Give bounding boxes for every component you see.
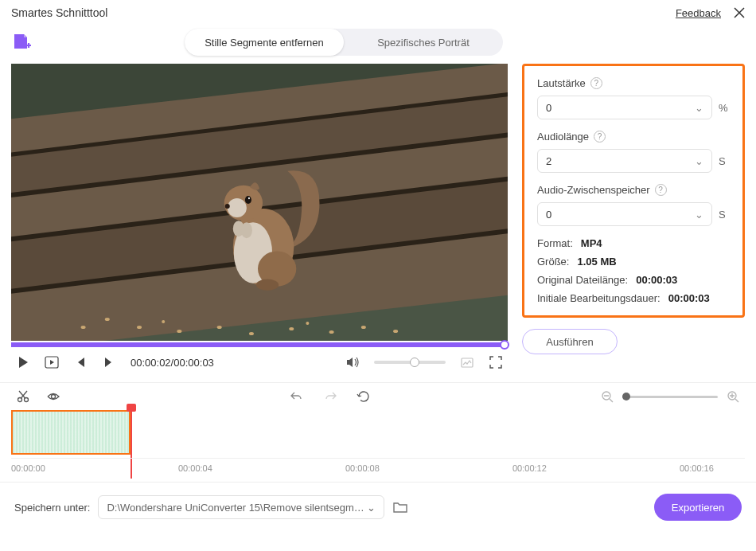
time-ruler: 00:00:00 00:00:04 00:00:08 00:00:12 00:0… — [11, 458, 745, 479]
size-value: 1.05 MB — [577, 256, 616, 268]
svg-point-38 — [52, 395, 56, 399]
preview-icon[interactable] — [46, 389, 60, 404]
timeline[interactable]: 00:00:00 00:00:04 00:00:08 00:00:12 00:0… — [0, 410, 756, 482]
fullscreen-icon[interactable] — [489, 355, 503, 369]
close-icon[interactable] — [734, 7, 745, 18]
tab-specific-portrait[interactable]: Spezifisches Porträt — [344, 29, 503, 56]
undo-icon[interactable] — [290, 389, 304, 404]
svg-point-27 — [228, 198, 247, 217]
audio-buffer-dropdown[interactable]: 0⌄ — [537, 202, 712, 226]
svg-point-33 — [256, 279, 279, 291]
svg-point-18 — [361, 326, 366, 329]
svg-point-21 — [162, 320, 165, 323]
format-value: MP4 — [581, 237, 602, 249]
audio-length-label: Audiolänge — [537, 131, 589, 143]
video-preview[interactable] — [11, 64, 508, 341]
reset-icon[interactable] — [357, 389, 371, 404]
tab-remove-silent[interactable]: Stille Segmente entfernen — [185, 29, 344, 56]
size-label: Größe: — [537, 256, 569, 268]
svg-point-29 — [248, 197, 250, 199]
redo-icon[interactable] — [323, 389, 337, 404]
svg-point-32 — [241, 222, 252, 238]
format-label: Format: — [537, 237, 573, 249]
audio-length-unit: S — [719, 155, 730, 167]
save-path-dropdown[interactable]: D:\Wondershare UniConverter 15\Remove si… — [98, 495, 384, 519]
next-frame-icon[interactable] — [102, 355, 116, 369]
svg-point-20 — [81, 326, 86, 329]
init-dur-label: Initiale Bearbeitungsdauer: — [537, 292, 661, 304]
play-icon[interactable] — [16, 355, 30, 369]
seek-bar[interactable] — [11, 342, 508, 347]
zoom-slider[interactable] — [622, 396, 718, 398]
volume-label: Lautstärke — [537, 77, 586, 89]
mode-tabs: Stille Segmente entfernen Spezifisches P… — [185, 29, 503, 56]
svg-point-22 — [306, 322, 309, 325]
audio-length-dropdown[interactable]: 2⌄ — [537, 149, 712, 173]
audio-buffer-label: Audio-Zwischenspeicher — [537, 184, 650, 196]
svg-point-15 — [249, 332, 254, 335]
execute-button[interactable]: Ausführen — [522, 329, 618, 354]
zoom-out-icon[interactable] — [600, 389, 614, 404]
save-under-label: Speichern unter: — [14, 502, 90, 514]
folder-icon[interactable] — [392, 499, 408, 515]
timecode: 00:00:02/00:00:03 — [131, 357, 214, 369]
svg-point-13 — [177, 330, 181, 333]
window-title: Smartes Schnitttool — [11, 6, 107, 19]
svg-point-36 — [18, 398, 22, 402]
help-icon[interactable]: ? — [655, 184, 667, 196]
volume-slider[interactable] — [374, 361, 446, 364]
export-button[interactable]: Exportieren — [654, 494, 742, 521]
volume-icon[interactable] — [345, 355, 360, 369]
svg-point-16 — [289, 327, 294, 330]
help-icon[interactable]: ? — [590, 77, 602, 89]
svg-point-12 — [137, 326, 142, 329]
volume-dropdown[interactable]: 0⌄ — [537, 96, 712, 119]
prev-frame-icon[interactable] — [73, 355, 88, 369]
feedback-link[interactable]: Feedback — [676, 7, 721, 19]
settings-panel: Lautstärke? 0⌄ % Audiolänge? 2⌄ S Audio-… — [522, 64, 745, 318]
cut-icon[interactable] — [16, 389, 30, 404]
orig-len-value: 00:00:03 — [636, 274, 677, 286]
play-all-icon[interactable] — [45, 355, 59, 369]
volume-unit: % — [719, 102, 730, 114]
svg-point-28 — [245, 196, 251, 204]
svg-point-30 — [225, 204, 230, 209]
svg-point-37 — [25, 398, 29, 402]
svg-point-19 — [393, 330, 398, 333]
orig-len-label: Original Dateilänge: — [537, 274, 628, 286]
init-dur-value: 00:00:03 — [668, 292, 710, 304]
help-icon[interactable]: ? — [594, 131, 606, 143]
svg-point-17 — [329, 330, 334, 334]
zoom-in-icon[interactable] — [726, 389, 740, 404]
audio-buffer-unit: S — [719, 209, 730, 221]
svg-point-11 — [105, 318, 110, 321]
clip-segment[interactable] — [11, 410, 131, 455]
svg-point-14 — [217, 326, 222, 329]
snapshot-icon[interactable] — [460, 355, 474, 369]
import-file-icon[interactable] — [11, 32, 32, 53]
